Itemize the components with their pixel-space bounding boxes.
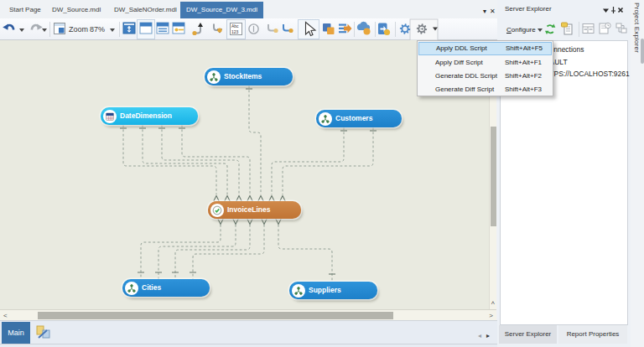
svg-text:123: 123 [231,29,239,34]
svg-text:Abc: Abc [231,23,239,28]
